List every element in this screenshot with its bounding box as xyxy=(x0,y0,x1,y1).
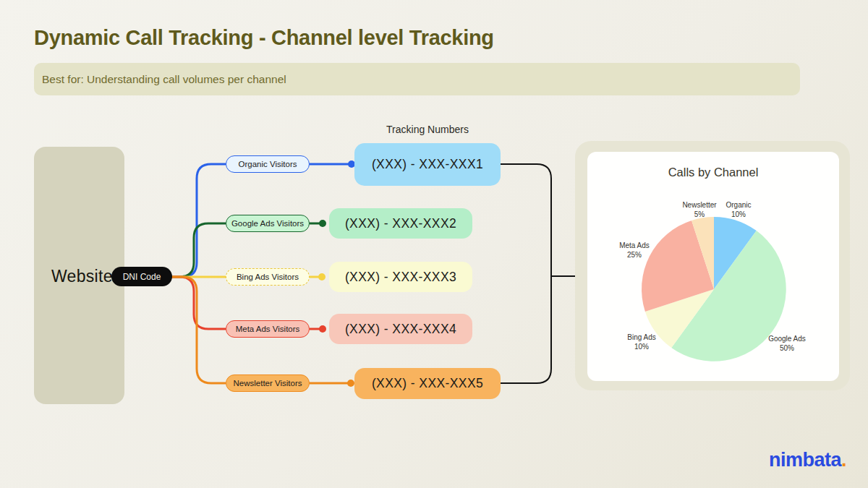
tracking-numbers-header: Tracking Numbers xyxy=(354,124,501,135)
merge-connector xyxy=(501,164,551,383)
pie-label-bing-ads: Bing Ads10% xyxy=(627,333,655,351)
chart-title: Calls by Channel xyxy=(587,166,839,179)
pie-label-meta-ads: Meta Ads25% xyxy=(619,241,650,260)
tracking-number-bing-ads: (XXX) - XXX-XXX3 xyxy=(329,262,472,292)
channel-pill-google-ads: Google Ads Visitors xyxy=(226,215,310,232)
connector-newsletter xyxy=(171,277,226,383)
connector-organic xyxy=(171,164,226,277)
pie-label-newsletter: Newsletter5% xyxy=(682,200,716,219)
connector-meta xyxy=(171,277,226,329)
channel-pill-organic: Organic Visitors xyxy=(226,155,310,173)
subtitle-banner: Best for: Understanding call volumes per… xyxy=(34,63,800,95)
nimbata-logo: nimbata. xyxy=(769,449,846,471)
channel-pill-meta-ads: Meta Ads Visitors xyxy=(226,320,310,338)
tracking-number-newsletter: (XXX) - XXX-XXX5 xyxy=(354,368,501,399)
dni-code-badge: DNI Code xyxy=(111,267,172,286)
tracking-number-meta-ads: (XXX) - XXX-XXX4 xyxy=(329,314,472,344)
tracking-number-google-ads: (XXX) - XXX-XXX2 xyxy=(329,208,472,239)
website-label: Website xyxy=(51,267,113,286)
dni-code-label: DNI Code xyxy=(123,272,161,282)
dot-bing xyxy=(318,273,326,281)
tracking-number-organic: (XXX) - XXX-XXX1 xyxy=(354,143,501,186)
channel-pill-newsletter: Newsletter Visitors xyxy=(226,374,310,392)
logo-text: nimbata xyxy=(769,449,841,471)
channel-pill-bing-ads: Bing Ads Visitors xyxy=(226,268,310,286)
pie-label-google-ads: Google Ads50% xyxy=(768,334,806,353)
connector-google xyxy=(171,223,226,277)
dot-meta xyxy=(319,325,326,333)
dot-google xyxy=(319,220,326,227)
subtitle-text: Best for: Understanding call volumes per… xyxy=(42,73,286,86)
logo-dot: . xyxy=(841,449,846,471)
dot-newsletter xyxy=(347,380,354,387)
page-title: Dynamic Call Tracking - Channel level Tr… xyxy=(34,26,494,50)
pie-label-organic: Organic10% xyxy=(726,200,751,219)
